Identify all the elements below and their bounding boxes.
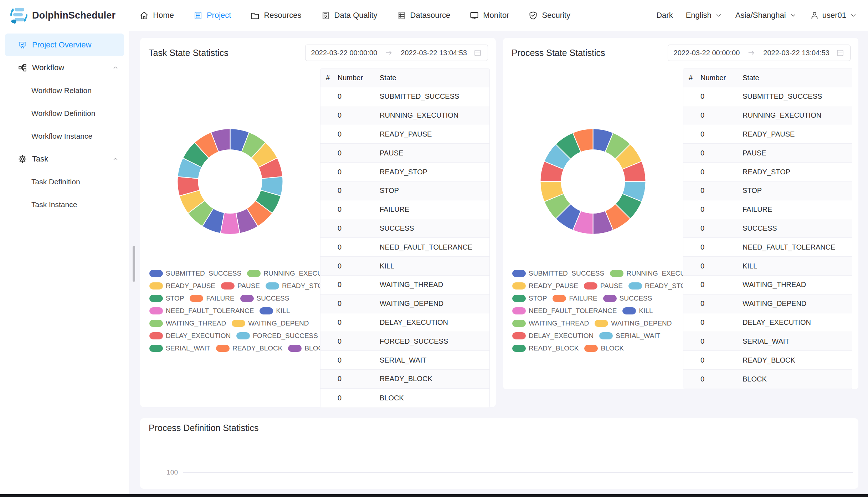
legend-marker (512, 320, 526, 327)
state-cell: BLOCK (380, 394, 489, 402)
legend-item-BLOCK[interactable]: BLOCK (584, 344, 623, 352)
process-state-date-range[interactable]: 2022-03-22 00:00:00 2022-03-22 13:04:53 (668, 45, 851, 61)
legend-marker (512, 307, 526, 314)
nav-item-home[interactable]: Home (130, 0, 184, 31)
process-definition-card-title: Process Definition Statistics (149, 423, 258, 433)
legend-label: KILL (639, 307, 653, 315)
app-body: Project OverviewWorkflowWorkflow Relatio… (0, 31, 868, 494)
sidebar-item-workflow[interactable]: Workflow (5, 56, 124, 79)
legend-item-READY_STOP[interactable]: READY_STOP (266, 282, 327, 290)
process-state-legend: SUBMITTED_SUCCESSRUNNING_EXECUTIONREADY_… (512, 270, 677, 352)
legend-marker (628, 282, 642, 290)
sidebar-item-workflow-relation[interactable]: Workflow Relation (0, 79, 129, 102)
legend-item-SUBMITTED_SUCCESS[interactable]: SUBMITTED_SUCCESS (512, 270, 604, 277)
table-row: 0WAITING_THREAD (320, 276, 489, 294)
state-cell: SUCCESS (380, 224, 489, 232)
legend-item-FORCED_SUCCESS[interactable]: FORCED_SUCCESS (236, 332, 318, 340)
column-header: Number (700, 74, 743, 82)
legend-item-WAITING_THREAD[interactable]: WAITING_THREAD (512, 319, 589, 327)
nav-item-project[interactable]: Project (184, 0, 241, 31)
number-cell: 0 (338, 130, 380, 138)
number-cell: 0 (338, 224, 380, 232)
user-icon (810, 11, 819, 20)
legend-item-WAITING_DEPEND[interactable]: WAITING_DEPEND (595, 319, 672, 327)
task-state-date-range[interactable]: 2022-03-22 00:00:00 2022-03-22 13:04:53 (305, 45, 488, 61)
state-cell: BLOCK (743, 375, 852, 383)
sidebar-item-task-definition[interactable]: Task Definition (0, 170, 129, 193)
table-row: 0PAUSE (320, 144, 489, 163)
legend-marker (149, 307, 163, 314)
legend-item-SUCCESS[interactable]: SUCCESS (603, 294, 652, 302)
state-cell: FORCED_SUCCESS (380, 337, 489, 345)
state-cell: STOP (380, 186, 489, 195)
table-row: 0NEED_FAULT_TOLERANCE (683, 238, 852, 257)
sidebar-scrollbar-thumb[interactable] (133, 246, 135, 282)
state-cell: NEED_FAULT_TOLERANCE (380, 243, 489, 251)
legend-item-READY_BLOCK[interactable]: READY_BLOCK (512, 344, 579, 352)
legend-item-DELAY_EXECUTION[interactable]: DELAY_EXECUTION (512, 332, 594, 340)
brand[interactable]: DolphinScheduler (9, 6, 115, 25)
table-row: 0FAILURE (320, 200, 489, 219)
state-cell: READY_PAUSE (743, 130, 852, 138)
legend-item-KILL[interactable]: KILL (622, 307, 653, 315)
sidebar-item-project-overview[interactable]: Project Overview (5, 34, 124, 56)
timezone-dropdown[interactable]: Asia/Shanghai (735, 11, 797, 20)
nav-item-label: Resources (264, 11, 301, 20)
language-dropdown[interactable]: English (686, 11, 723, 20)
number-cell: 0 (700, 111, 743, 119)
legend-item-FAILURE[interactable]: FAILURE (190, 294, 234, 302)
nav-item-security[interactable]: Security (519, 0, 580, 31)
legend-item-SUCCESS[interactable]: SUCCESS (240, 294, 289, 302)
legend-marker (512, 282, 526, 290)
process-definition-card: Process Definition Statistics 100 (140, 418, 858, 489)
sidebar-item-workflow-definition[interactable]: Workflow Definition (0, 102, 129, 125)
legend-item-FAILURE[interactable]: FAILURE (553, 294, 597, 302)
nav-item-resources[interactable]: Resources (241, 0, 311, 31)
sidebar-item-task[interactable]: Task (5, 148, 124, 170)
state-cell: DELAY_EXECUTION (380, 318, 489, 327)
state-cell: READY_PAUSE (380, 130, 489, 138)
legend-item-WAITING_DEPEND[interactable]: WAITING_DEPEND (232, 319, 309, 327)
legend-item-READY_PAUSE[interactable]: READY_PAUSE (512, 282, 578, 290)
legend-row: SERIAL_WAITREADY_BLOCKBLOCK (149, 344, 314, 352)
table-row: 0STOP (320, 181, 489, 200)
legend-item-READY_STOP[interactable]: READY_STOP (628, 282, 690, 290)
number-cell: 0 (700, 243, 743, 251)
legend-item-READY_PAUSE[interactable]: READY_PAUSE (149, 282, 215, 290)
dolphin-logo-icon (9, 6, 29, 25)
legend-label: BLOCK (601, 344, 623, 352)
legend-item-STOP[interactable]: STOP (149, 294, 184, 302)
legend-item-SERIAL_WAIT[interactable]: SERIAL_WAIT (149, 344, 210, 352)
user-menu[interactable]: user01 (810, 11, 857, 20)
legend-label: STOP (166, 294, 184, 302)
legend-item-SUBMITTED_SUCCESS[interactable]: SUBMITTED_SUCCESS (149, 270, 241, 277)
nav-item-datasource[interactable]: Datasource (387, 0, 460, 31)
sidebar-item-workflow-instance[interactable]: Workflow Instance (0, 125, 129, 148)
theme-toggle[interactable]: Dark (656, 11, 673, 20)
legend-item-WAITING_THREAD[interactable]: WAITING_THREAD (149, 319, 226, 327)
number-cell: 0 (700, 149, 743, 157)
legend-item-SERIAL_WAIT[interactable]: SERIAL_WAIT (599, 332, 660, 340)
table-row: 0DELAY_EXECUTION (683, 313, 852, 332)
table-row: 0READY_BLOCK (683, 351, 852, 370)
state-cell: RUNNING_EXECUTION (743, 111, 852, 119)
sidebar-item-task-instance[interactable]: Task Instance (0, 193, 129, 216)
legend-item-STOP[interactable]: STOP (512, 294, 547, 302)
table-row: 0WAITING_DEPEND (683, 294, 852, 313)
legend-item-READY_BLOCK[interactable]: READY_BLOCK (216, 344, 282, 352)
state-cell: PAUSE (380, 149, 489, 157)
legend-item-NEED_FAULT_TOLERANCE[interactable]: NEED_FAULT_TOLERANCE (512, 307, 617, 315)
legend-item-DELAY_EXECUTION[interactable]: DELAY_EXECUTION (149, 332, 231, 340)
legend-marker (610, 270, 623, 277)
table-header-row: #NumberState (683, 68, 852, 87)
legend-item-KILL[interactable]: KILL (260, 307, 290, 315)
state-cell: READY_BLOCK (380, 375, 489, 383)
number-cell: 0 (338, 337, 380, 345)
chevron-down-icon (789, 11, 797, 19)
legend-item-PAUSE[interactable]: PAUSE (584, 282, 623, 290)
legend-item-PAUSE[interactable]: PAUSE (221, 282, 260, 290)
number-cell: 0 (700, 375, 743, 383)
legend-item-NEED_FAULT_TOLERANCE[interactable]: NEED_FAULT_TOLERANCE (149, 307, 254, 315)
nav-item-monitor[interactable]: Monitor (460, 0, 519, 31)
nav-item-data-quality[interactable]: Data Quality (311, 0, 387, 31)
